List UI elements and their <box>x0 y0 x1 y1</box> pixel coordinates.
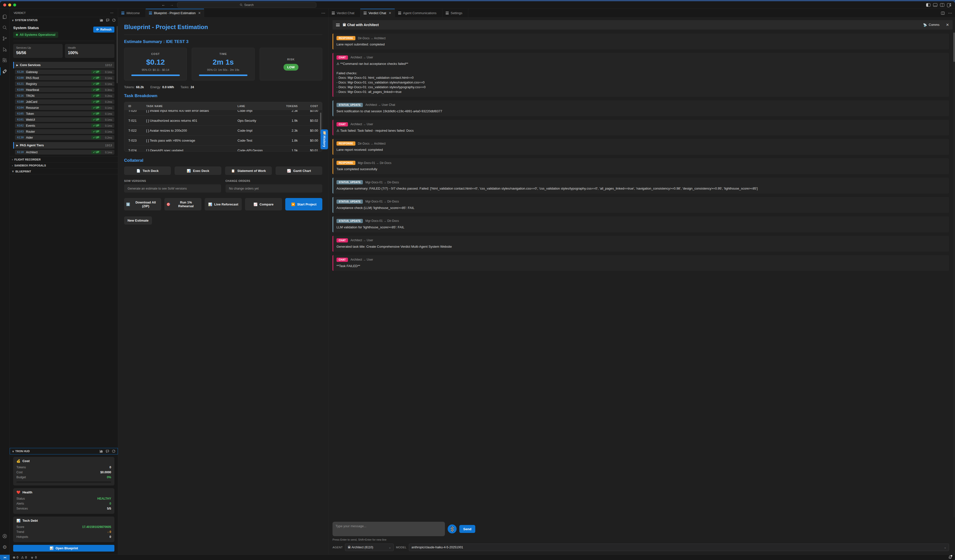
service-row[interactable]: 6101 WebUI ✓ UP 0.1ms <box>15 117 114 122</box>
collateral-button[interactable]: 📋 Statement of Work <box>225 167 272 175</box>
editor-actions-more-icon[interactable]: ⋯ <box>321 11 325 16</box>
collateral-button[interactable]: 📈 Gantt Chart <box>276 167 322 175</box>
menu-icon[interactable] <box>336 23 340 27</box>
history-tab[interactable]: 📜 History <box>321 129 328 149</box>
up-status-badge: ✓ UP <box>91 150 101 154</box>
verdict-rocket-icon[interactable] <box>0 66 10 77</box>
action-button[interactable]: 🎯 Run 1% Rehearsal <box>164 198 202 211</box>
confidence-progress-bar <box>131 75 180 76</box>
chat-panel-tab[interactable]: Verdict Chat ✕ <box>360 9 395 18</box>
action-button[interactable]: 📊 Live Reforecast <box>205 198 242 211</box>
chart-icon[interactable] <box>100 19 103 22</box>
service-name: Aider <box>26 136 33 139</box>
service-port: 6102 <box>17 124 24 127</box>
editor-tab[interactable]: Blueprint - Project Estimation ✕ <box>146 9 204 18</box>
action-button[interactable]: ▶️ Start Project <box>285 198 322 211</box>
task-table-header: ID TASK NAME LANE TOKENS COST <box>124 102 322 110</box>
estimate-summary-heading: Estimate Summary : IDE TEST 3 <box>124 39 322 44</box>
chat-panel-tab[interactable]: Agent Communications <box>395 9 442 17</box>
editor-group-right: Verdict Chat Verdict Chat ✕ Agent Commun… <box>328 9 478 280</box>
service-row[interactable]: 6104 Resource ✓ UP 0.1ms <box>15 105 114 110</box>
sidebar-more-icon[interactable]: ⋯ <box>110 11 114 15</box>
section-system-status[interactable]: ∨ SYSTEM STATUS <box>10 17 118 23</box>
close-tab-icon[interactable]: ✕ <box>389 11 391 15</box>
task-row[interactable]: T-021 [ ] Unauthorized access returns 40… <box>128 115 318 125</box>
task-row[interactable]: T-022 [ ] Avatar resizes to 200x200 Code… <box>128 125 318 136</box>
close-window-button[interactable] <box>3 3 6 6</box>
service-latency: 0.1ms <box>103 124 112 127</box>
service-row[interactable]: 6102 Events ✓ UP 0.1ms <box>15 123 114 128</box>
service-row[interactable]: 6121 Registry ✓ UP 0.1ms <box>15 81 114 86</box>
new-estimate-button[interactable]: New Estimate <box>124 217 152 225</box>
service-row[interactable]: 6109 Heartbeat ✓ UP 0.3ms <box>15 87 114 92</box>
group-pas-agent-tiers[interactable]: ▶ PAS Agent Tiers 13/13 <box>13 142 114 148</box>
chat-message: STATUS_UPDATE Architect → User Chat Sent… <box>332 100 478 116</box>
status-badge: All Systems Operational <box>13 32 58 38</box>
refresh-button[interactable]: ⟳ Refresh <box>93 27 114 33</box>
service-port: 6101 <box>17 118 24 121</box>
run-debug-icon[interactable] <box>0 44 10 55</box>
up-status-badge: ✓ UP <box>91 82 101 86</box>
zoom-window-button[interactable] <box>13 3 16 6</box>
action-button[interactable]: ⬇️ Download All (ZIP) <box>124 198 161 211</box>
task-row[interactable]: T-020 [ ] Invalid input returns 400 with… <box>128 110 318 115</box>
sidebar-section-header[interactable]: ∨ BLUEPRINT <box>10 168 118 174</box>
back-button[interactable]: ← <box>162 3 165 7</box>
estimate-metric-card: COST $0.12 95% CI: $0.11 - $0.14 <box>124 48 187 81</box>
collateral-button[interactable]: 📊 Exec Deck <box>175 167 221 175</box>
service-latency: 0.1ms <box>103 130 112 133</box>
document-icon <box>332 12 335 14</box>
service-latency: 0.2ms <box>103 100 112 103</box>
up-status-badge: ✓ UP <box>91 106 101 109</box>
message-route: Dir-Docs → Architect <box>358 36 385 40</box>
extensions-icon[interactable] <box>0 55 10 66</box>
explorer-icon[interactable] <box>0 11 10 22</box>
task-row[interactable]: T-023 [ ] Tests pass with >95% coverage … <box>128 136 318 145</box>
service-row[interactable]: 6103 Router ✓ UP 0.1ms <box>15 129 114 134</box>
document-icon: 📄 <box>136 169 140 173</box>
estimate-metric-card: TIME 2m 1s 95% CI: 1m 50s - 2m 19s <box>192 48 254 81</box>
service-name: WebUI <box>26 118 35 122</box>
up-status-badge: ✓ UP <box>91 130 101 133</box>
group-core-services[interactable]: ▶ Core Services 12/12 <box>13 62 114 68</box>
search-view-icon[interactable] <box>0 22 10 33</box>
task-id: T-021 <box>128 119 146 122</box>
action-button[interactable]: 📈 Compare <box>245 198 282 211</box>
editor-group-center: Welcome Blueprint - Project Estimation ✕… <box>118 9 328 280</box>
service-row[interactable]: 6105 Token ✓ UP 0.1ms <box>15 111 114 116</box>
editor-tab[interactable]: Welcome <box>118 9 146 17</box>
forward-button[interactable]: → <box>170 3 174 7</box>
chat-panel-tab[interactable]: Settings <box>442 9 468 17</box>
task-name: [ ] Avatar resizes to 200x200 <box>146 129 238 133</box>
service-latency: 0.3ms <box>103 89 112 91</box>
sidebar-section-header[interactable]: › SANDBOX PROPOSALS <box>10 162 118 168</box>
message-body: ⚠ Task failed: Task failed - required la… <box>337 128 478 133</box>
chat-message: RESPONSE Mgr-Docs-01 → Dir-Docs Task com… <box>332 158 478 174</box>
document-icon <box>363 12 366 14</box>
sidebar-scrollbar[interactable] <box>117 26 117 83</box>
comment-icon[interactable] <box>106 19 110 22</box>
command-center-search[interactable]: Search <box>177 2 316 8</box>
sidebar-section-header[interactable]: › FLIGHT RECORDER <box>10 156 118 162</box>
collateral-button[interactable]: 📄 Tech Deck <box>124 167 171 175</box>
message-type-badge: RESPONSE <box>337 161 355 165</box>
task-name: [ ] Unauthorized access returns 401 <box>146 119 238 122</box>
up-status-badge: ✓ UP <box>91 112 101 115</box>
service-row[interactable]: 6130 Aider ✓ UP 0.2ms <box>15 135 114 140</box>
service-port: 6130 <box>17 136 24 139</box>
task-row[interactable]: T-024 [ ] OpenAPI spec updated Code-API-… <box>128 145 318 151</box>
message-type-badge: RESPONSE <box>337 141 355 146</box>
service-row[interactable]: 6180 JobCard ✓ UP 0.2ms <box>15 99 114 104</box>
service-row[interactable]: 6110 Architect ✓ UP 0.1ms <box>15 150 114 154</box>
chat-title: 🏛 Chat with Architect <box>343 23 379 27</box>
service-port: 6100 <box>17 76 24 80</box>
close-tab-icon[interactable]: ✕ <box>198 11 201 15</box>
chat-panel-tab[interactable]: Verdict Chat <box>329 9 360 17</box>
minimize-window-button[interactable] <box>8 3 11 6</box>
service-row[interactable]: 6100 PAS Root ✓ UP 0.1ms <box>15 75 114 80</box>
service-row[interactable]: 6116 TRON ✓ UP 0.2ms <box>15 94 114 98</box>
gauge-icon[interactable] <box>112 19 116 22</box>
service-latency: 0.2ms <box>103 136 112 139</box>
service-row[interactable]: 6120 Gateway ✓ UP 0.1ms <box>15 70 114 74</box>
source-control-icon[interactable] <box>0 33 10 44</box>
